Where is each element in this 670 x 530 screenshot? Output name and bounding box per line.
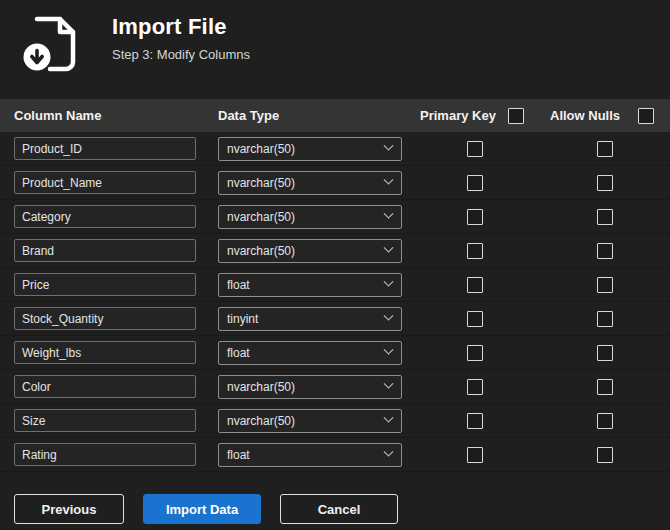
chevron-down-icon	[384, 311, 394, 321]
chevron-down-icon	[384, 379, 394, 389]
allow-nulls-select-all-checkbox[interactable]	[638, 108, 654, 124]
allow-nulls-checkbox[interactable]	[597, 413, 613, 429]
table-row: float	[0, 336, 670, 370]
data-type-value: nvarchar(50)	[227, 380, 295, 394]
data-type-header: Data Type	[204, 108, 410, 123]
data-type-value: nvarchar(50)	[227, 176, 295, 190]
table-row: nvarchar(50)	[0, 370, 670, 404]
cancel-button[interactable]: Cancel	[280, 494, 398, 524]
primary-key-checkbox[interactable]	[467, 447, 483, 463]
primary-key-checkbox[interactable]	[467, 345, 483, 361]
primary-key-header: Primary Key	[420, 108, 496, 123]
allow-nulls-checkbox[interactable]	[597, 141, 613, 157]
allow-nulls-header: Allow Nulls	[550, 108, 620, 123]
allow-nulls-checkbox[interactable]	[597, 447, 613, 463]
allow-nulls-checkbox[interactable]	[597, 345, 613, 361]
primary-key-checkbox[interactable]	[467, 277, 483, 293]
data-type-value: float	[227, 448, 250, 462]
table-row: nvarchar(50)	[0, 200, 670, 234]
table-row: nvarchar(50)	[0, 166, 670, 200]
allow-nulls-checkbox[interactable]	[597, 209, 613, 225]
column-name-input[interactable]	[14, 341, 196, 364]
column-name-input[interactable]	[14, 171, 196, 194]
data-type-value: float	[227, 278, 250, 292]
allow-nulls-checkbox[interactable]	[597, 379, 613, 395]
column-name-input[interactable]	[14, 205, 196, 228]
column-name-input[interactable]	[14, 307, 196, 330]
chevron-down-icon	[384, 413, 394, 423]
data-type-value: nvarchar(50)	[227, 414, 295, 428]
primary-key-checkbox[interactable]	[467, 175, 483, 191]
primary-key-checkbox[interactable]	[467, 413, 483, 429]
chevron-down-icon	[384, 175, 394, 185]
data-type-select[interactable]: nvarchar(50)	[218, 171, 402, 195]
previous-button[interactable]: Previous	[14, 494, 124, 524]
chevron-down-icon	[384, 209, 394, 219]
data-type-select[interactable]: nvarchar(50)	[218, 205, 402, 229]
column-name-input[interactable]	[14, 375, 196, 398]
column-rows: nvarchar(50) nvarchar(50)	[0, 132, 670, 472]
table-row: tinyint	[0, 302, 670, 336]
allow-nulls-checkbox[interactable]	[597, 175, 613, 191]
chevron-down-icon	[384, 277, 394, 287]
data-type-value: nvarchar(50)	[227, 244, 295, 258]
allow-nulls-checkbox[interactable]	[597, 311, 613, 327]
allow-nulls-checkbox[interactable]	[597, 243, 613, 259]
primary-key-checkbox[interactable]	[467, 209, 483, 225]
page-title: Import File	[112, 14, 250, 40]
primary-key-select-all-checkbox[interactable]	[508, 108, 524, 124]
page-header: Import File Step 3: Modify Columns	[0, 0, 670, 82]
chevron-down-icon	[384, 447, 394, 457]
chevron-down-icon	[384, 243, 394, 253]
chevron-down-icon	[384, 345, 394, 355]
table-row: nvarchar(50)	[0, 404, 670, 438]
column-name-input[interactable]	[14, 443, 196, 466]
table-row: nvarchar(50)	[0, 234, 670, 268]
data-type-select[interactable]: nvarchar(50)	[218, 409, 402, 433]
table-row: float	[0, 438, 670, 472]
primary-key-checkbox[interactable]	[467, 141, 483, 157]
data-type-select[interactable]: tinyint	[218, 307, 402, 331]
table-header-row: Column Name Data Type Primary Key Allow …	[0, 99, 670, 132]
primary-key-checkbox[interactable]	[467, 243, 483, 259]
data-type-value: float	[227, 346, 250, 360]
data-type-select[interactable]: nvarchar(50)	[218, 239, 402, 263]
data-type-select[interactable]: float	[218, 273, 402, 297]
import-file-icon	[20, 10, 112, 78]
data-type-value: tinyint	[227, 312, 258, 326]
chevron-down-icon	[384, 141, 394, 151]
footer-buttons: Previous Import Data Cancel	[0, 472, 670, 524]
page-subtitle: Step 3: Modify Columns	[112, 47, 250, 62]
data-type-value: nvarchar(50)	[227, 142, 295, 156]
data-type-select[interactable]: nvarchar(50)	[218, 137, 402, 161]
column-name-input[interactable]	[14, 273, 196, 296]
table-row: nvarchar(50)	[0, 132, 670, 166]
data-type-value: nvarchar(50)	[227, 210, 295, 224]
column-name-header: Column Name	[0, 108, 204, 123]
table-row: float	[0, 268, 670, 302]
column-name-input[interactable]	[14, 409, 196, 432]
primary-key-checkbox[interactable]	[467, 311, 483, 327]
allow-nulls-checkbox[interactable]	[597, 277, 613, 293]
column-name-input[interactable]	[14, 239, 196, 262]
column-name-input[interactable]	[14, 137, 196, 160]
primary-key-checkbox[interactable]	[467, 379, 483, 395]
data-type-select[interactable]: float	[218, 341, 402, 365]
import-data-button[interactable]: Import Data	[143, 494, 261, 524]
data-type-select[interactable]: float	[218, 443, 402, 467]
data-type-select[interactable]: nvarchar(50)	[218, 375, 402, 399]
